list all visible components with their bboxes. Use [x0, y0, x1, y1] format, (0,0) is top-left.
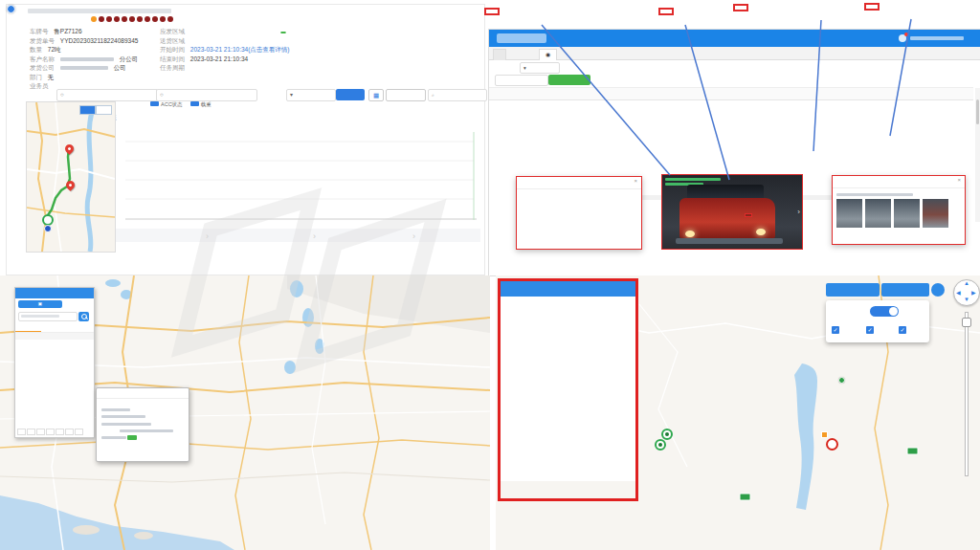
- annotation-progress: [484, 8, 500, 15]
- logistics-platform-window: ◉ ▾ ×: [488, 29, 980, 276]
- task-detail-panel: 车牌号 鲁PZ7126 发货单号 YYD2023032118224089345 …: [6, 4, 485, 275]
- task-field: 数量 72吨: [30, 46, 154, 55]
- map-zoom-slider[interactable]: [962, 312, 969, 474]
- map-pan-control[interactable]: ▲ ▼ ◀ ▶: [953, 279, 980, 306]
- task-fields-right: 应发区域 送货区域 开始时间 2023-03-21 21:10:34(点击查看详…: [160, 28, 284, 74]
- truck-bumper: [676, 238, 783, 244]
- vehicle-monitor-panel: ▣: [14, 287, 95, 438]
- query-button[interactable]: [336, 89, 365, 100]
- photo-panel: ×: [832, 175, 966, 245]
- zoom-thumb[interactable]: [962, 318, 971, 327]
- step-arrow-icon: ›: [412, 231, 415, 241]
- task-field: 应发区域: [160, 28, 284, 37]
- pan-up-icon[interactable]: ▲: [964, 280, 969, 286]
- time-from-input[interactable]: ○: [56, 89, 158, 101]
- poi-icon[interactable]: [838, 377, 845, 384]
- bindroad-checkbox[interactable]: ✓: [899, 325, 908, 334]
- pagination[interactable]: [17, 429, 92, 435]
- tab-online[interactable]: [41, 324, 67, 332]
- map-mode-button[interactable]: [79, 105, 96, 115]
- view-video-button[interactable]: [386, 89, 426, 101]
- status-dot-icon: [122, 16, 127, 22]
- vehicle-detail-popup: [96, 387, 189, 462]
- photo-thumbnail[interactable]: [894, 199, 920, 228]
- log-popup: ×: [516, 176, 642, 250]
- query-condition-button[interactable]: [548, 75, 590, 85]
- close-circle-button[interactable]: [931, 283, 945, 297]
- vehicle-marker-icon[interactable]: [44, 225, 52, 232]
- checkbox-icon: ✓: [866, 326, 874, 334]
- speed-load-chart: [125, 132, 477, 220]
- end-marker-icon[interactable]: [826, 438, 838, 451]
- driver-phone-input[interactable]: [495, 75, 548, 86]
- satellite-mode-button[interactable]: [96, 105, 112, 115]
- status-dot-icon: [99, 16, 104, 22]
- carousel-next-icon[interactable]: ›: [797, 208, 800, 216]
- interval-select[interactable]: ▾: [286, 89, 336, 101]
- thin-checkbox[interactable]: ✓: [866, 325, 876, 334]
- tab-dispatch-list[interactable]: ◉: [539, 49, 557, 60]
- status-dot-icon: [152, 16, 158, 22]
- logo: [497, 33, 546, 43]
- company-name-blur: [910, 36, 964, 40]
- start-marker-icon[interactable]: [661, 429, 673, 440]
- screenshot-stage: 车牌号 鲁PZ7126 发货单号 YYD2023032118224089345 …: [0, 0, 980, 550]
- pan-down-icon[interactable]: ▼: [964, 297, 969, 302]
- legend-swatch-icon: [150, 101, 159, 106]
- vehicle-search-input[interactable]: [18, 312, 78, 321]
- monitor-tabs: [15, 324, 94, 333]
- start-marker-icon[interactable]: [655, 439, 666, 451]
- pan-left-icon[interactable]: ◀: [956, 289, 961, 296]
- tab-offline[interactable]: [68, 324, 94, 332]
- realtime-monitor-button[interactable]: ▣: [18, 300, 62, 308]
- thin-track-input[interactable]: ⌕: [428, 89, 487, 101]
- acc-status-bar: [125, 113, 477, 121]
- vertical-scrollbar[interactable]: [975, 88, 980, 222]
- photo-thumbnail[interactable]: [865, 199, 891, 228]
- platform-header: [489, 30, 980, 47]
- task-field: 任务周期: [160, 64, 284, 74]
- filter-status-select[interactable]: ▾: [520, 62, 560, 74]
- tab-waybill[interactable]: [493, 49, 506, 60]
- legend-item: ACC状态: [150, 101, 183, 108]
- chart-event-marker[interactable]: [7, 5, 15, 13]
- status-dot-icon: [167, 16, 173, 22]
- fleet-monitor-map[interactable]: ▣: [0, 275, 490, 550]
- denoise-checkbox[interactable]: ✓: [832, 325, 841, 334]
- task-fields-left: 车牌号 鲁PZ7126 发货单号 YYD2023032118224089345 …: [30, 28, 154, 92]
- pan-right-icon[interactable]: ▶: [971, 289, 976, 296]
- task-field: 部门 无: [30, 74, 154, 83]
- watermark-info-annotation: [745, 213, 752, 217]
- headlight-icon: [685, 231, 695, 237]
- track-correct-panel: ✓ ✓ ✓: [826, 300, 929, 342]
- track-panel-title: [501, 281, 635, 297]
- correct-toggle[interactable]: [870, 306, 899, 317]
- collect-track-button[interactable]: [881, 283, 929, 297]
- breadcrumb-blur: [28, 9, 171, 13]
- calendar-icon[interactable]: ▦: [368, 89, 384, 101]
- status-tag: [127, 435, 137, 440]
- legend-item: 载重: [190, 101, 212, 108]
- vehicle-popup-title: [97, 388, 189, 399]
- photo-loc-row: [833, 190, 965, 197]
- track-playback-map[interactable]: ✓ ✓ ✓ ▲ ▼ ◀ ▶: [496, 275, 980, 550]
- photo-thumbnail[interactable]: [923, 199, 948, 228]
- headlight-icon: [756, 229, 766, 235]
- time-to-input[interactable]: ○: [156, 89, 257, 101]
- close-icon[interactable]: ×: [957, 177, 961, 183]
- minimap-roads: [27, 102, 115, 252]
- task-field: 发货单号 YYD2023032118224089345: [30, 37, 154, 47]
- photo-thumbnail[interactable]: [836, 199, 862, 228]
- photo-watermark-blur: [665, 178, 721, 181]
- search-button[interactable]: [78, 312, 89, 321]
- truck-photo[interactable]: ›: [661, 174, 803, 250]
- task-field: 开始时间 2023-03-21 21:10:34(点击查看详情): [160, 46, 284, 55]
- task-field: 送货区域: [160, 37, 284, 47]
- task-route-minimap[interactable]: [26, 101, 116, 253]
- header-user-area[interactable]: [895, 34, 968, 42]
- track-correct-button[interactable]: [826, 283, 880, 297]
- close-icon[interactable]: ×: [634, 178, 637, 184]
- bell-icon[interactable]: [899, 34, 906, 42]
- task-field: 结束时间 2023-03-21 21:10:34: [160, 55, 284, 65]
- tab-all[interactable]: [15, 324, 41, 332]
